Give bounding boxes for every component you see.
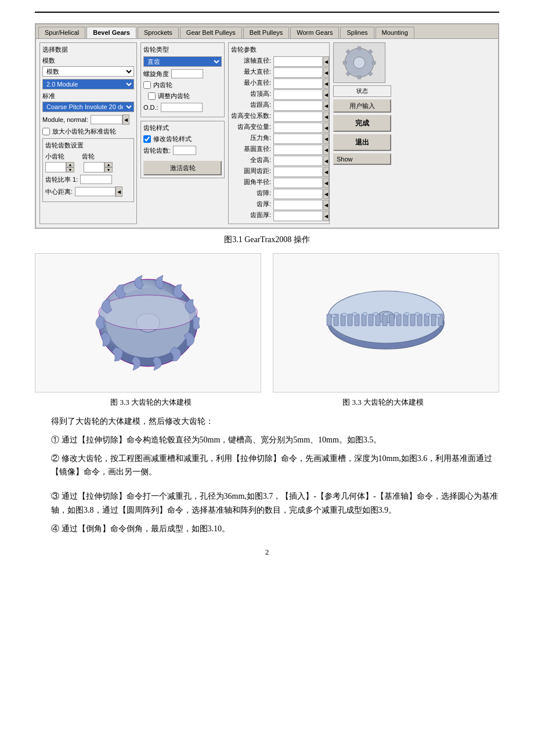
large-gear-header: 齿轮 (82, 152, 95, 161)
gear-type-panel: 齿轮类型 直齿 螺旋角度 0.0000 内齿轮 调整内齿轮 (140, 42, 225, 117)
svg-rect-26 (389, 314, 394, 326)
param-arrow-2[interactable]: ◀ (323, 78, 329, 89)
svg-rect-4 (343, 61, 347, 64)
large-gear-down[interactable]: ▼ (104, 167, 113, 172)
svg-rect-32 (431, 314, 436, 326)
param-arrow-13[interactable]: ◀ (323, 200, 329, 210)
param-input-4[interactable]: 2.5000mm (273, 100, 323, 111)
param-label-11: 圆角半径: (231, 178, 271, 188)
user-input-button[interactable]: 用户输入 (333, 99, 391, 113)
param-input-12[interactable]: 0.0000mm (273, 189, 323, 199)
internal-adjust-checkbox[interactable] (148, 92, 156, 100)
module-arrow[interactable]: ◀ (122, 114, 129, 125)
param-input-2[interactable]: 171.0000mm (273, 78, 323, 89)
large-gear-up[interactable]: ▲ (104, 162, 113, 167)
param-arrow-4[interactable]: ◀ (323, 100, 329, 111)
gear-image-left: /* gear teeth rendered below */ (35, 253, 261, 393)
large-gear-spinner: 88 ▲ ▼ (84, 162, 113, 172)
svg-point-1 (353, 57, 365, 69)
param-arrow-1[interactable]: ◀ (323, 67, 329, 78)
param-input-11[interactable]: 0.6000mm (273, 178, 323, 188)
module-type-select[interactable]: 模数 (42, 66, 134, 77)
module-normal-input[interactable]: 2.0000 (91, 115, 122, 124)
geartrax-dialog: Spur/Helical Bevel Gears Sprockets Gear … (35, 23, 499, 229)
param-label-12: 齿障: (231, 189, 271, 199)
internal-adjust-label: 调整内齿轮 (158, 92, 190, 100)
gear-image-right-svg (316, 259, 456, 387)
gear-images-row: /* gear teeth rendered below */ (35, 253, 499, 393)
right-panel: 状态 用户输入 完成 退出 Show (333, 42, 391, 224)
show-button[interactable]: Show (333, 153, 391, 165)
tab-spur-helical[interactable]: Spur/Helical (38, 27, 85, 38)
small-gear-down[interactable]: ▼ (66, 167, 74, 172)
param-arrow-6[interactable]: ◀ (323, 123, 329, 133)
finish-button[interactable]: 完成 (333, 115, 391, 132)
param-arrow-12[interactable]: ◀ (323, 189, 329, 199)
param-input-9[interactable]: 4.5000mm (273, 156, 323, 166)
internal-label: 内齿轮 (153, 81, 172, 89)
param-input-8[interactable]: 165.3859mm (273, 145, 323, 155)
center-input[interactable]: 110.0000mm (75, 187, 116, 196)
gear-right-caption: 图 3.3 大齿轮的大体建模 (342, 397, 424, 408)
param-value-7: 20.000deg◀ (273, 134, 329, 144)
left-panel: 选择数据 模数 模数 2.0 Module 标准 Coarse Pitch In… (39, 42, 137, 224)
param-input-0[interactable]: 176.0000mm (273, 56, 323, 67)
param-input-10[interactable]: 6.2832mm (273, 167, 323, 177)
param-input-7[interactable]: 20.000deg (273, 134, 323, 144)
tooth-count-input[interactable]: 88 (173, 146, 196, 155)
helix-input[interactable]: 0.0000 (171, 69, 203, 78)
param-label-9: 全齿高: (231, 156, 271, 166)
gear-left-caption: 图 3.3 大齿轮的大体建模 (110, 397, 192, 408)
exit-button[interactable]: 退出 (333, 134, 391, 151)
param-input-13[interactable]: 3.14159mm (273, 200, 323, 210)
od-input[interactable]: 6.0000mm (161, 103, 203, 112)
gear-image-captions: 图 3.3 大齿轮的大体建模 图 3.3 大齿轮的大体建模 (35, 397, 499, 408)
body-paragraph-4: ④ 通过【倒角】命令倒角，最后成型，如图3.10。 (51, 522, 499, 536)
small-gear-input[interactable]: 22 (45, 162, 66, 172)
param-value-0: 176.0000mm◀ (273, 56, 329, 67)
status-title: 状态 (335, 87, 389, 95)
param-arrow-0[interactable]: ◀ (323, 56, 329, 67)
param-input-14[interactable]: 44.0000mm (273, 211, 323, 221)
gear-headers: 小齿轮 齿轮 (45, 152, 131, 161)
param-arrow-11[interactable]: ◀ (323, 178, 329, 188)
tab-worm-gears[interactable]: Worm Gears (290, 27, 339, 38)
module-value-select[interactable]: 2.0 Module (42, 79, 134, 89)
modify-style-checkbox[interactable] (143, 135, 151, 143)
tab-sprockets[interactable]: Sprockets (138, 27, 179, 38)
param-input-6[interactable]: 0.0000mm (273, 123, 323, 133)
param-value-11: 0.6000mm◀ (273, 178, 329, 188)
param-arrow-5[interactable]: ◀ (323, 111, 329, 122)
param-label-13: 齿厚: (231, 200, 271, 210)
param-input-1[interactable]: 180.0000mm (273, 67, 323, 78)
ratio-input[interactable]: 4.0000 (80, 175, 112, 184)
param-arrow-10[interactable]: ◀ (323, 167, 329, 177)
gear-style-panel: 齿轮样式 修改齿轮样式 齿轮齿数: 88 激活齿轮 (140, 121, 225, 178)
activate-gear-button[interactable]: 激活齿轮 (143, 161, 222, 175)
tab-splines[interactable]: Splines (340, 27, 374, 38)
param-input-3[interactable]: 2.0000mm (273, 89, 323, 100)
center-arrow[interactable]: ◀ (116, 186, 122, 197)
param-input-5[interactable]: 0.0000 (273, 111, 323, 122)
small-gear-up[interactable]: ▲ (66, 162, 74, 167)
enlarge-label: 放大小齿轮为标准齿轮 (52, 127, 116, 136)
param-arrow-14[interactable]: ◀ (323, 211, 329, 221)
left-panel-title: 选择数据 (42, 45, 134, 54)
modify-style-row: 修改齿轮样式 (143, 135, 222, 143)
param-arrow-8[interactable]: ◀ (323, 145, 329, 155)
param-arrow-3[interactable]: ◀ (323, 89, 329, 100)
param-arrow-7[interactable]: ◀ (323, 134, 329, 144)
large-gear-input[interactable]: 88 (84, 162, 104, 172)
tab-gear-belt-pulleys[interactable]: Gear Belt Pulleys (180, 27, 242, 38)
param-value-2: 171.0000mm◀ (273, 78, 329, 89)
param-arrow-9[interactable]: ◀ (323, 156, 329, 166)
tab-bevel-gears[interactable]: Bevel Gears (86, 27, 136, 38)
enlarge-checkbox[interactable] (42, 128, 50, 135)
standard-select[interactable]: Coarse Pitch Involute 20 deg (42, 102, 134, 112)
tab-belt-pulleys[interactable]: Belt Pulleys (243, 27, 289, 38)
standard-label: 标准 (42, 92, 134, 100)
internal-checkbox[interactable] (143, 81, 151, 89)
gear-type-title: 齿轮类型 (143, 45, 222, 54)
tab-mounting[interactable]: Mounting (376, 27, 414, 38)
gear-type-select[interactable]: 直齿 (143, 56, 222, 67)
